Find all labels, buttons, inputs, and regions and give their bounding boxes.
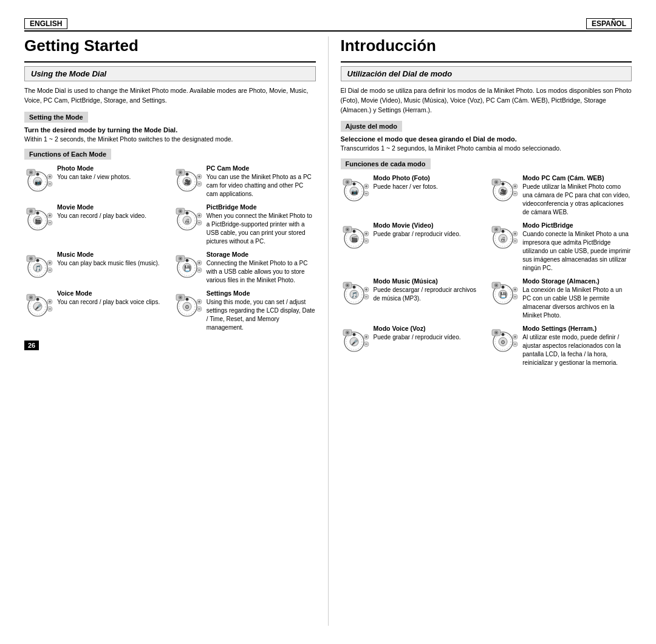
svg-point-145 (502, 230, 505, 233)
mode-desc-left-1: You can use the Miniket Photo as a PC ca… (207, 173, 316, 198)
mode-text-left-1: PC Cam Mode You can use the Miniket Phot… (207, 164, 316, 198)
mode-title-right-7: Modo Settings (Herram.) (522, 325, 632, 332)
svg-point-20 (179, 172, 181, 174)
svg-text:🎬: 🎬 (350, 236, 358, 243)
setting-mode-bold-left: Turn the desired mode by turning the Mod… (24, 126, 316, 134)
svg-point-33 (30, 211, 32, 212)
svg-point-59 (30, 258, 32, 260)
svg-text:🎬: 🎬 (35, 217, 42, 225)
setting-mode-block-right: Ajuste del modo Seleccione el modo que d… (341, 121, 632, 154)
mode-desc-right-7: Al utilizar este modo, puede definir / a… (522, 333, 632, 367)
mode-text-right-1: Modo PC Cam (Cám. WEB) Puede utilizar la… (522, 174, 632, 217)
col-left: Getting Started Using the Mode Dial The … (24, 36, 329, 626)
mode-icon-right-7: ⚙ (490, 325, 519, 354)
mode-title-right-5: Modo Storage (Almacen.) (522, 277, 632, 285)
svg-point-163 (346, 285, 348, 286)
mode-item-right-5: 💾 Modo Storage (Almacen.) La conexión de… (490, 277, 632, 320)
mode-title-left-5: Storage Mode (207, 251, 316, 258)
svg-point-189 (346, 332, 348, 334)
mode-item-right-4: 🎵 Modo Music (Música) Puede descargar / … (341, 277, 483, 320)
mode-item-right-7: ⚙ Modo Settings (Herram.) Al utilizar es… (490, 325, 632, 367)
setting-mode-header-right: Ajuste del modo (341, 121, 403, 132)
svg-text:🖨: 🖨 (184, 218, 190, 224)
mode-item-left-2: 🎬 Movie Mode You can record / play back … (24, 203, 166, 246)
mode-icon-left-5: 💾 (174, 251, 203, 280)
mode-desc-right-3: Cuando conecte la Miniket Photo a una im… (522, 230, 632, 273)
mode-text-right-3: Modo PictBridge Cuando conecte la Minike… (522, 222, 632, 273)
svg-point-176 (496, 285, 497, 286)
mode-text-right-6: Modo Voice (Voz) Puede grabar / reproduc… (374, 325, 483, 342)
svg-point-158 (352, 286, 355, 289)
mode-desc-right-0: Puede hacer / ver fotos. (374, 183, 483, 191)
functions-header-left: Functions of Each Mode (24, 149, 111, 160)
mode-desc-left-5: Connecting the Miniket Photo to a PC wit… (207, 259, 316, 285)
mode-desc-right-6: Puede grabar / reproducir vídeo. (374, 333, 483, 342)
mode-text-left-4: Music Mode You can play back music files… (57, 251, 166, 268)
mode-icon-right-5: 💾 (490, 277, 519, 307)
functions-header-right: Funciones de cada modo (341, 158, 431, 169)
mode-title-left-0: Photo Mode (57, 164, 166, 172)
mode-icon-right-0: 📷 (341, 174, 370, 203)
svg-point-2 (36, 173, 39, 176)
svg-text:💾: 💾 (183, 265, 191, 272)
setting-mode-bold-right: Seleccione el modo que desea girando el … (341, 135, 632, 143)
mode-title-left-3: PictBridge Mode (207, 203, 316, 211)
mode-icon-right-2: 🎬 (341, 222, 370, 251)
mode-title-left-6: Voice Mode (57, 290, 166, 297)
svg-point-119 (502, 183, 505, 186)
setting-mode-block-left: Setting the Mode Turn the desired mode b… (24, 112, 316, 144)
mode-item-left-5: 💾 Storage Mode Connecting the Miniket Ph… (174, 251, 316, 285)
mode-title-left-2: Movie Mode (57, 203, 166, 211)
svg-point-98 (179, 297, 181, 299)
mode-desc-right-4: Puede descargar / reproducir archivos de… (374, 286, 483, 303)
svg-point-15 (185, 173, 188, 176)
mode-title-left-7: Settings Mode (207, 290, 316, 297)
svg-point-7 (30, 172, 32, 174)
divider-left (24, 61, 316, 63)
svg-point-80 (36, 298, 39, 301)
mode-title-right-0: Modo Photo (Foto) (374, 174, 483, 181)
mode-text-right-5: Modo Storage (Almacen.) La conexión de l… (522, 277, 632, 320)
svg-text:💾: 💾 (500, 291, 507, 299)
svg-text:🎵: 🎵 (35, 265, 42, 272)
svg-point-85 (30, 297, 32, 299)
mode-icon-left-6: 🎤 (24, 290, 53, 319)
mode-icon-right-6: 🎤 (341, 325, 370, 354)
mode-text-right-4: Modo Music (Música) Puede descargar / re… (374, 277, 483, 303)
mode-item-right-2: 🎬 Modo Movie (Video) Puede grabar / repr… (341, 222, 483, 273)
mode-desc-right-5: La conexión de la Miniket Photo a un PC … (522, 286, 632, 320)
mode-text-right-2: Modo Movie (Video) Puede grabar / reprod… (374, 222, 483, 239)
svg-point-171 (502, 286, 505, 289)
mode-desc-right-1: Puede utilizar la Miniket Photo como una… (522, 183, 632, 217)
main-title-right: Introducción (341, 36, 632, 55)
svg-point-46 (179, 211, 181, 212)
svg-point-72 (179, 258, 181, 260)
svg-text:🎤: 🎤 (350, 339, 358, 346)
page-number: 26 (24, 341, 39, 350)
mode-icon-left-1: 🎥 (174, 164, 203, 194)
mode-desc-left-7: Using this mode, you can set / adjust se… (207, 298, 316, 332)
mode-desc-left-6: You can record / play back voice clips. (57, 298, 166, 307)
mode-item-left-0: 📷 Photo Mode You can take / view photos. (24, 164, 166, 198)
svg-text:📷: 📷 (350, 188, 358, 195)
mode-title-left-4: Music Mode (57, 251, 166, 258)
mode-desc-left-2: You can record / play back video. (57, 212, 166, 220)
svg-text:🎤: 🎤 (35, 303, 42, 311)
mode-item-left-6: 🎤 Voice Mode You can record / play back … (24, 290, 166, 332)
mode-icon-right-1: 🎥 (490, 174, 519, 203)
setting-mode-text-left: Within 1 ~ 2 seconds, the Miniket Photo … (24, 135, 316, 144)
mode-title-right-6: Modo Voice (Voz) (374, 325, 483, 332)
mode-title-right-1: Modo PC Cam (Cám. WEB) (522, 174, 632, 181)
svg-text:📷: 📷 (35, 178, 42, 186)
modes-grid-right: 📷 Modo Photo (Foto) Puede hacer / ver fo… (341, 174, 632, 367)
svg-point-124 (496, 181, 497, 183)
svg-point-197 (502, 333, 505, 336)
setting-mode-text-right: Transcurridos 1 ~ 2 segundos, la Miniket… (341, 144, 632, 154)
svg-text:🎥: 🎥 (500, 188, 507, 195)
svg-point-28 (36, 212, 39, 215)
lang-label-espanol: ESPAÑOL (586, 18, 632, 29)
svg-point-111 (346, 181, 348, 183)
mode-desc-left-0: You can take / view photos. (57, 173, 166, 181)
mode-text-right-0: Modo Photo (Foto) Puede hacer / ver foto… (374, 174, 483, 191)
mode-text-left-7: Settings Mode Using this mode, you can s… (207, 290, 316, 332)
